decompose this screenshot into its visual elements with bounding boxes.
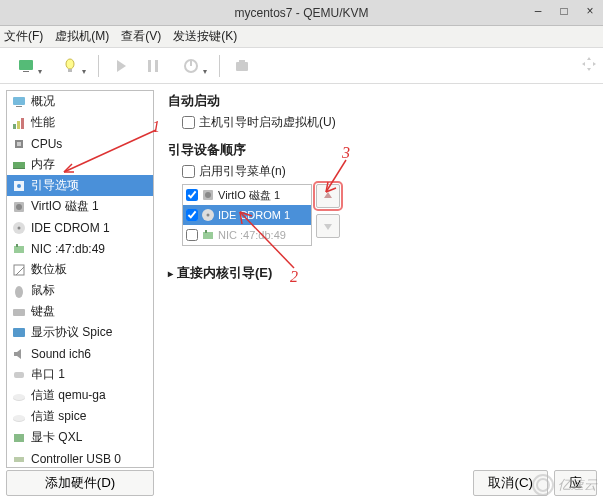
svg-point-42 [205, 192, 211, 198]
sidebar-item-cpu[interactable]: CPUs [7, 133, 153, 154]
svg-rect-10 [13, 97, 25, 105]
sidebar-item-mouse[interactable]: 鼠标 [7, 280, 153, 301]
close-button[interactable]: × [581, 2, 599, 20]
menu-view[interactable]: 查看(V) [121, 28, 161, 45]
sidebar-item-kbd[interactable]: 键盘 [7, 301, 153, 322]
console-view-button[interactable] [6, 52, 46, 80]
sidebar-item-ctrl[interactable]: Controller USB 0 [7, 448, 153, 467]
sidebar-item-channel[interactable]: 信道 spice [7, 406, 153, 427]
toolbar-separator [219, 55, 220, 77]
direct-kernel-expander[interactable]: 直接内核引导(E) [168, 264, 591, 282]
tablet-icon [11, 262, 27, 278]
svg-rect-9 [239, 60, 245, 63]
svg-rect-46 [205, 230, 207, 233]
sidebar-item-label: 键盘 [31, 303, 55, 320]
boot-device-row[interactable]: VirtIO 磁盘 1 [183, 185, 311, 205]
move-icon [581, 56, 597, 75]
minimize-button[interactable]: – [529, 2, 547, 20]
bootorder-title: 引导设备顺序 [168, 141, 591, 159]
video-icon [11, 430, 27, 446]
svg-point-2 [66, 59, 74, 69]
watermark-icon [532, 474, 554, 496]
svg-rect-32 [14, 372, 24, 378]
sidebar-item-disk[interactable]: VirtIO 磁盘 1 [7, 196, 153, 217]
sidebar-item-label: Sound ich6 [31, 347, 91, 361]
svg-rect-30 [13, 309, 25, 316]
svg-rect-13 [17, 121, 20, 129]
svg-point-20 [17, 184, 21, 188]
svg-rect-0 [19, 60, 33, 70]
sidebar-item-video[interactable]: 显卡 QXL [7, 427, 153, 448]
sidebar-item-tablet[interactable]: 数位板 [7, 259, 153, 280]
sidebar-item-mem[interactable]: 内存 [7, 154, 153, 175]
sidebar-item-perf[interactable]: 性能 [7, 112, 153, 133]
svg-rect-14 [21, 118, 24, 129]
sound-icon [11, 346, 27, 362]
bottom-bar: 添加硬件(D) 取消(C) 应 [6, 470, 597, 496]
boot-device-label: VirtIO 磁盘 1 [218, 188, 280, 203]
sidebar-item-label: 引导选项 [31, 177, 79, 194]
menu-sendkey[interactable]: 发送按键(K) [173, 28, 237, 45]
mem-icon [11, 157, 27, 173]
svg-rect-31 [13, 328, 25, 337]
sidebar-item-label: 串口 1 [31, 366, 65, 383]
main-panel: 自动启动 主机引导时启动虚拟机(U) 引导设备顺序 启用引导菜单(n) Virt… [154, 84, 603, 468]
sidebar-item-monitor[interactable]: 概况 [7, 91, 153, 112]
cd-icon [201, 208, 215, 222]
boot-icon [11, 178, 27, 194]
sidebar-item-display[interactable]: 显示协议 Spice [7, 322, 153, 343]
snapshot-button[interactable] [228, 52, 256, 80]
sidebar-item-label: 信道 spice [31, 408, 86, 425]
boot-move-down-button[interactable] [316, 214, 340, 238]
sidebar-item-label: 显示协议 Spice [31, 324, 112, 341]
pause-button[interactable] [139, 52, 167, 80]
perf-icon [11, 115, 27, 131]
display-icon [11, 325, 27, 341]
sidebar-item-serial[interactable]: 串口 1 [7, 364, 153, 385]
nic-icon [11, 241, 27, 257]
svg-point-36 [13, 415, 25, 421]
boot-device-list[interactable]: VirtIO 磁盘 1IDE CDROM 1NIC :47:db:49 [182, 184, 312, 246]
add-hardware-button[interactable]: 添加硬件(D) [6, 470, 154, 496]
watermark: 亿速云 [532, 474, 597, 496]
run-button[interactable] [107, 52, 135, 80]
sidebar-item-label: 概况 [31, 93, 55, 110]
ctrl-icon [11, 451, 27, 467]
sidebar-item-nic[interactable]: NIC :47:db:49 [7, 238, 153, 259]
svg-rect-12 [13, 124, 16, 129]
bootmenu-checkbox[interactable] [182, 165, 195, 178]
autostart-checkbox[interactable] [182, 116, 195, 129]
sidebar-item-label: 内存 [31, 156, 55, 173]
sidebar-item-sound[interactable]: Sound ich6 [7, 343, 153, 364]
sidebar-item-boot[interactable]: 引导选项 [7, 175, 153, 196]
svg-rect-4 [148, 60, 151, 72]
sidebar-item-label: CPUs [31, 137, 62, 151]
bootmenu-label: 启用引导菜单(n) [199, 163, 286, 180]
toolbar [0, 48, 603, 84]
disk-icon [201, 188, 215, 202]
boot-device-label: NIC :47:db:49 [218, 229, 286, 241]
sidebar-item-cd[interactable]: IDE CDROM 1 [7, 217, 153, 238]
svg-rect-16 [17, 142, 21, 146]
monitor-icon [11, 94, 27, 110]
boot-device-checkbox[interactable] [186, 189, 198, 201]
maximize-button[interactable]: □ [555, 2, 573, 20]
boot-device-checkbox[interactable] [186, 229, 198, 241]
svg-rect-17 [13, 162, 25, 168]
channel-icon [11, 388, 27, 404]
boot-device-row[interactable]: NIC :47:db:49 [183, 225, 311, 245]
menu-vm[interactable]: 虚拟机(M) [55, 28, 109, 45]
menu-file[interactable]: 文件(F) [4, 28, 43, 45]
boot-device-row[interactable]: IDE CDROM 1 [183, 205, 311, 225]
boot-move-up-button[interactable] [316, 184, 340, 208]
boot-device-checkbox[interactable] [186, 209, 198, 221]
details-view-button[interactable] [50, 52, 90, 80]
disk-icon [11, 199, 27, 215]
sidebar-item-channel[interactable]: 信道 qemu-ga [7, 385, 153, 406]
channel-icon [11, 409, 27, 425]
svg-rect-38 [14, 457, 24, 462]
sidebar: 概况性能CPUs内存引导选项VirtIO 磁盘 1IDE CDROM 1NIC … [6, 90, 154, 468]
shutdown-button[interactable] [171, 52, 211, 80]
window-title: mycentos7 - QEMU/KVM [0, 6, 603, 20]
svg-rect-25 [14, 246, 24, 253]
